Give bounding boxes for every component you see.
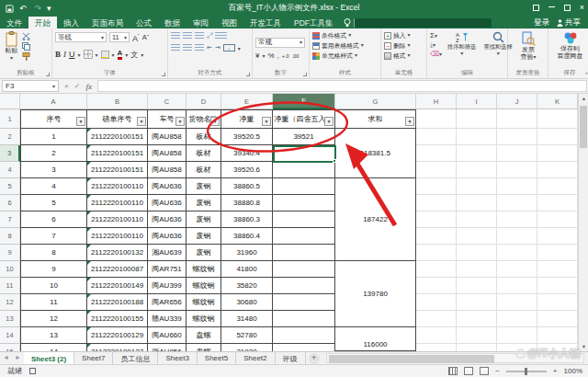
cell-A8[interactable]: 7 [20,228,87,245]
cell-F2[interactable]: 39521 [273,129,335,145]
macro-record-icon[interactable] [29,368,36,374]
maximize-button[interactable] [564,5,571,11]
filter-dropdown-D[interactable]: ▼ [210,117,220,126]
cell-J5[interactable] [497,178,537,195]
minimize-button[interactable] [548,6,555,7]
cell-D13[interactable]: 螺纹钢 [187,311,221,327]
cell-D5[interactable]: 废钢 [187,178,221,195]
normal-view-icon[interactable] [448,367,458,375]
bold-button[interactable]: B [55,50,61,59]
cell-I5[interactable] [457,178,497,195]
cell-I8[interactable] [457,228,497,245]
cell-E12[interactable]: 30680 [221,294,273,311]
cell-H13[interactable] [416,311,457,327]
cell-I9[interactable] [457,245,497,261]
row-header-5[interactable]: 5 [0,178,20,195]
cell-F12[interactable] [273,294,335,311]
cell-J1[interactable] [497,109,537,129]
merge-center-icon[interactable]: ↔ [223,44,235,51]
cell-K5[interactable] [537,178,578,195]
vertical-scrollbar[interactable]: ▲ ▼ [578,94,588,351]
cell-H9[interactable] [416,245,457,261]
cell-B14[interactable]: 2112220100129 [87,327,148,344]
cell-B12[interactable]: 2112220100188 [87,294,148,311]
column-header-E[interactable]: E [221,94,273,109]
decrease-font-icon[interactable]: Aˇ [142,33,150,42]
row-header-6[interactable]: 6 [0,195,20,211]
new-sheet-button[interactable]: + [309,353,320,364]
cell-E11[interactable]: 35820 [221,278,273,294]
cell-H11[interactable] [416,278,457,294]
cell-A13[interactable]: 12 [20,311,87,327]
format-cells-button[interactable]: 格式▾ [384,51,424,60]
cell-I6[interactable] [457,195,497,211]
phonetic-guide-icon[interactable]: 文 [130,50,138,60]
cell-I11[interactable] [457,278,497,294]
cell-K2[interactable] [537,129,578,145]
cell-F14[interactable] [273,327,335,344]
cell-H2[interactable] [416,129,457,145]
menu-tab-8[interactable]: 视图 [215,17,243,29]
cell-E7[interactable]: 38860.3 [221,211,273,228]
cell-C14[interactable]: 闽AU660 [148,327,187,344]
cell-F4[interactable] [273,162,335,178]
cell-C11[interactable]: 闽AU399 [148,278,187,294]
row-header-13[interactable]: 13 [0,311,20,327]
number-dialog-launcher[interactable] [303,73,307,76]
align-left-icon[interactable] [171,44,180,51]
menu-tab-3[interactable]: 插入 [57,17,85,29]
zoom-out-icon[interactable]: − [495,367,500,375]
sheet-tab-3[interactable]: 员工信息 [113,352,158,364]
percent-style-icon[interactable]: % [267,51,274,60]
cell-D15[interactable]: 盘螺 [187,344,221,351]
decrease-indent-icon[interactable]: ⇤ [207,44,212,51]
cell-H8[interactable] [416,228,457,245]
cell-C15[interactable]: 浙AU856 [148,344,187,351]
cell-K10[interactable] [537,261,578,278]
cell-D8[interactable]: 废钢 [187,228,221,245]
cell-F11[interactable] [273,278,335,294]
menu-tab-10[interactable]: PDF工具集 [288,17,340,29]
cell-F9[interactable] [273,245,335,261]
cell-J8[interactable] [497,228,537,245]
horizontal-scrollbar[interactable] [326,353,584,363]
wrap-text-icon[interactable] [215,32,227,40]
sum-cell-3[interactable]: 139780 [335,261,416,327]
cell-F13[interactable] [273,311,335,327]
cell-H5[interactable] [416,178,457,195]
cell-K8[interactable] [537,228,578,245]
filter-dropdown-A[interactable]: ▼ [76,117,85,126]
align-center-icon[interactable] [183,44,192,51]
cell-K7[interactable] [537,211,578,228]
cell-C6[interactable]: 闽AU636 [148,195,187,211]
sign-in-button[interactable]: 登录 [534,17,549,29]
cell-B7[interactable]: 2112220100110 [87,211,148,228]
italic-button[interactable]: I [63,50,66,59]
cell-E6[interactable]: 38880.8 [221,195,273,211]
font-size-select[interactable]: 11▾ [109,32,130,42]
cell-C5[interactable]: 闽AU636 [148,178,187,195]
cell-B5[interactable]: 2112220100110 [87,178,148,195]
cell-H6[interactable] [416,195,457,211]
cell-H1[interactable] [416,109,457,129]
cell-D9[interactable]: 废钢 [187,245,221,261]
grid-corner[interactable] [0,94,20,109]
cell-K12[interactable] [537,294,578,311]
column-header-C[interactable]: C [148,94,187,109]
cell-I13[interactable] [457,311,497,327]
align-right-icon[interactable] [195,44,204,51]
clear-icon[interactable]: ⌫▾ [430,51,442,58]
cell-D3[interactable]: 板材 [187,145,221,162]
orientation-icon[interactable]: ⤢ [207,31,212,40]
cell-C7[interactable]: 闽AU636 [148,211,187,228]
row-header-9[interactable]: 9 [0,245,20,261]
row-header-7[interactable]: 7 [0,211,20,228]
cell-I3[interactable] [457,145,497,162]
cell-F1[interactable]: 净重（四舍五入）▼ [273,109,335,129]
ribbon-display-options-icon[interactable] [533,5,539,11]
cell-K6[interactable] [537,195,578,211]
cell-J15[interactable] [497,344,537,351]
cell-D1[interactable]: 货物名称▼ [187,109,221,129]
menu-tab-2[interactable]: 开始 [28,17,57,29]
zoom-slider[interactable] [506,371,547,372]
